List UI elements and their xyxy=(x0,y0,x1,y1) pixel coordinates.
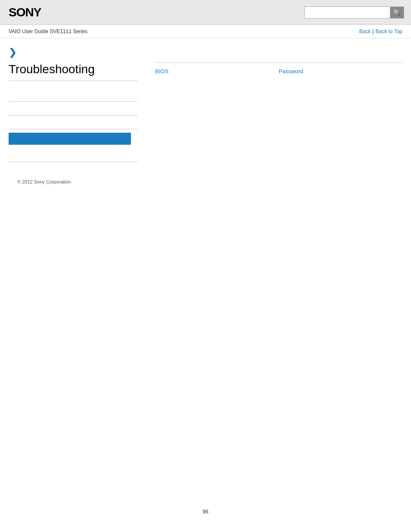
sidebar-empty-3 xyxy=(9,115,138,129)
guide-title: VAIO User Guide SVE1111 Series xyxy=(9,28,87,34)
back-to-top-link[interactable]: Back to Top xyxy=(376,28,402,34)
sidebar-empty-1 xyxy=(9,88,138,102)
breadcrumb-bar: VAIO User Guide SVE1111 Series Back | Ba… xyxy=(0,25,411,38)
main-content: ❯ Troubleshooting BIOS xyxy=(0,38,411,202)
topic-column-password: Password xyxy=(279,62,402,76)
header: SONY 🔍 xyxy=(0,0,411,25)
sony-logo: SONY xyxy=(9,6,41,19)
chevron-icon: ❯ xyxy=(9,47,16,58)
search-icon: 🔍 xyxy=(393,9,401,16)
chevron-container: ❯ xyxy=(9,47,402,58)
right-content: BIOS Password xyxy=(146,62,402,162)
sidebar-highlight-item[interactable] xyxy=(9,133,131,145)
topic-columns: BIOS Password xyxy=(155,62,402,76)
sidebar-link-group xyxy=(9,88,138,129)
topic-column-bios: BIOS xyxy=(155,62,279,76)
sidebar-bottom-link xyxy=(9,148,138,162)
page-title: Troubleshooting xyxy=(9,62,138,81)
page-number: 96 xyxy=(0,500,411,523)
left-sidebar: Troubleshooting xyxy=(9,62,146,162)
breadcrumb-nav: Back | Back to Top xyxy=(359,28,402,34)
password-link[interactable]: Password xyxy=(279,66,402,76)
search-area: 🔍 xyxy=(304,6,404,19)
copyright-text: © 2012 Sony Corporation xyxy=(17,179,71,184)
nav-separator: | xyxy=(372,28,374,34)
content-columns: Troubleshooting BIOS Password xyxy=(9,62,402,162)
search-button[interactable]: 🔍 xyxy=(390,6,404,19)
sidebar-empty-2 xyxy=(9,102,138,115)
back-link[interactable]: Back xyxy=(359,28,371,34)
search-input[interactable] xyxy=(304,6,390,19)
bios-link[interactable]: BIOS xyxy=(155,66,279,76)
footer: © 2012 Sony Corporation xyxy=(9,171,402,193)
